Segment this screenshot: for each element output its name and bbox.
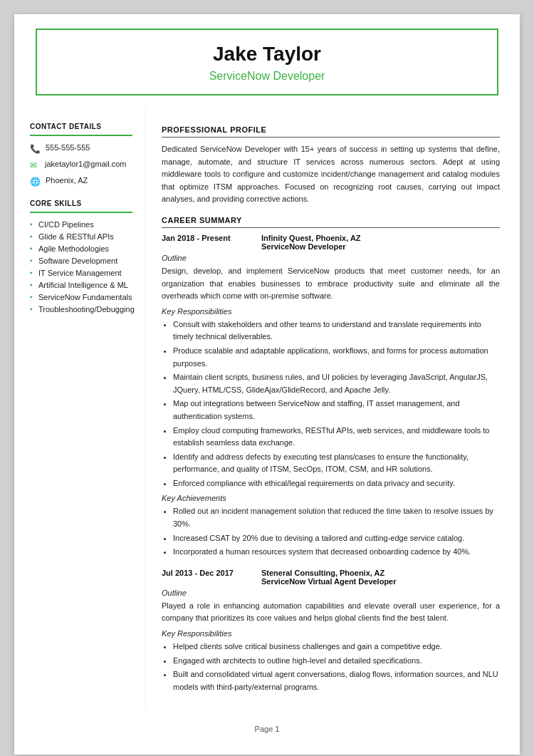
job2-dates: Jul 2013 - Dec 2017	[162, 569, 261, 586]
career-entry-1: Jan 2018 - Present Infinity Quest, Phoen…	[162, 234, 500, 559]
job1-achievements-label: Key Achievements	[162, 494, 500, 502]
job1-company: Infinity Quest, Phoenix, AZ	[261, 234, 361, 242]
profile-divider	[162, 137, 500, 138]
career-summary-title: CAREER SUMMARY	[162, 216, 500, 224]
list-item: Maintain client scripts, business rules,…	[173, 371, 500, 396]
job2-outline-label: Outline	[162, 589, 500, 597]
contact-phone: 📞 555-555-555	[30, 143, 132, 154]
list-item: Map out integrations between ServiceNow …	[173, 398, 500, 423]
job1-outline-text: Design, develop, and implement ServiceNo…	[162, 265, 500, 303]
resume-page: Jake Taylor ServiceNow Developer CONTACT…	[14, 14, 520, 755]
career-divider	[162, 227, 500, 228]
page-number: Page 1	[14, 725, 520, 733]
candidate-title: ServiceNow Developer	[51, 70, 483, 83]
job1-dates: Jan 2018 - Present	[162, 234, 261, 251]
job1-responsibilities-list: Consult with stakeholders and other team…	[162, 319, 500, 490]
career-entry-2: Jul 2013 - Dec 2017 Steneral Consulting,…	[162, 569, 500, 694]
list-item: Engaged with architects to outline high-…	[173, 655, 500, 668]
job2-outline-text: Played a role in enhancing automation ca…	[162, 600, 500, 625]
skill-item: IT Service Management	[30, 269, 132, 277]
skill-item: ServiceNow Fundamentals	[30, 293, 132, 301]
list-item: Produce scalable and adaptable applicati…	[173, 345, 500, 370]
skills-section-title: CORE SKILLS	[30, 200, 132, 207]
list-item: Built and consolidated virtual agent con…	[173, 668, 500, 693]
body-layout: CONTACT DETAILS 📞 555-555-555 ✉ jaketayl…	[14, 108, 520, 710]
list-item: Identify and address defects by executin…	[173, 451, 500, 476]
skill-item: Artificial Intelligence & ML	[30, 281, 132, 289]
job2-company: Steneral Consulting, Phoenix, AZ	[261, 569, 397, 577]
job2-org-role: Steneral Consulting, Phoenix, AZ Service…	[261, 569, 397, 586]
list-item: Enforced compliance with ethical/legal r…	[173, 477, 500, 490]
job2-responsibilities-list: Helped clients solve critical business c…	[162, 641, 500, 693]
job2-role: ServiceNow Virtual Agent Developer	[261, 577, 397, 586]
professional-profile-title: PROFESSIONAL PROFILE	[162, 125, 500, 134]
contact-location: 🌐 Phoenix, AZ	[30, 176, 132, 187]
list-item: Helped clients solve critical business c…	[173, 641, 500, 653]
skill-item: Software Development	[30, 257, 132, 265]
job2-responsibilities-label: Key Responsibilities	[162, 629, 500, 638]
location-icon: 🌐	[30, 177, 41, 187]
candidate-name: Jake Taylor	[51, 43, 483, 66]
list-item: Incorporated a human resources system th…	[173, 546, 500, 559]
list-item: Increased CSAT by 20% due to devising a …	[173, 532, 500, 545]
sidebar: CONTACT DETAILS 📞 555-555-555 ✉ jaketayl…	[14, 108, 146, 710]
job1-achievements-list: Rolled out an incident management soluti…	[162, 505, 500, 558]
main-content: PROFESSIONAL PROFILE Dedicated ServiceNo…	[146, 108, 520, 710]
career-header-row-1: Jan 2018 - Present Infinity Quest, Phoen…	[162, 234, 500, 251]
header-section: Jake Taylor ServiceNow Developer	[36, 29, 498, 95]
skill-item: Glide & RESTful APIs	[30, 232, 132, 241]
skill-item: Troubleshooting/Debugging	[30, 305, 132, 314]
contact-section-title: CONTACT DETAILS	[30, 123, 132, 130]
skills-list: CI/CD Pipelines Glide & RESTful APIs Agi…	[30, 220, 132, 314]
skills-divider	[30, 212, 132, 213]
email-icon: ✉	[30, 160, 40, 170]
skill-item: Agile Methodologies	[30, 244, 132, 253]
career-header-row-2: Jul 2013 - Dec 2017 Steneral Consulting,…	[162, 569, 500, 586]
job1-outline-label: Outline	[162, 254, 500, 262]
phone-number: 555-555-555	[46, 143, 90, 152]
list-item: Consult with stakeholders and other team…	[173, 319, 500, 343]
contact-email: ✉ jaketaylor1@gmail.com	[30, 160, 132, 170]
professional-profile-text: Dedicated ServiceNow Developer with 15+ …	[162, 143, 500, 206]
job1-org-role: Infinity Quest, Phoenix, AZ ServiceNow D…	[261, 234, 361, 251]
phone-icon: 📞	[30, 144, 41, 154]
location-text: Phoenix, AZ	[46, 176, 88, 185]
list-item: Employ cloud computing frameworks, RESTf…	[173, 425, 500, 450]
skill-item: CI/CD Pipelines	[30, 220, 132, 229]
contact-divider	[30, 135, 132, 136]
list-item: Rolled out an incident management soluti…	[173, 505, 500, 530]
email-address: jaketaylor1@gmail.com	[45, 160, 127, 168]
job1-role: ServiceNow Developer	[261, 242, 361, 251]
job1-responsibilities-label: Key Responsibilities	[162, 307, 500, 316]
